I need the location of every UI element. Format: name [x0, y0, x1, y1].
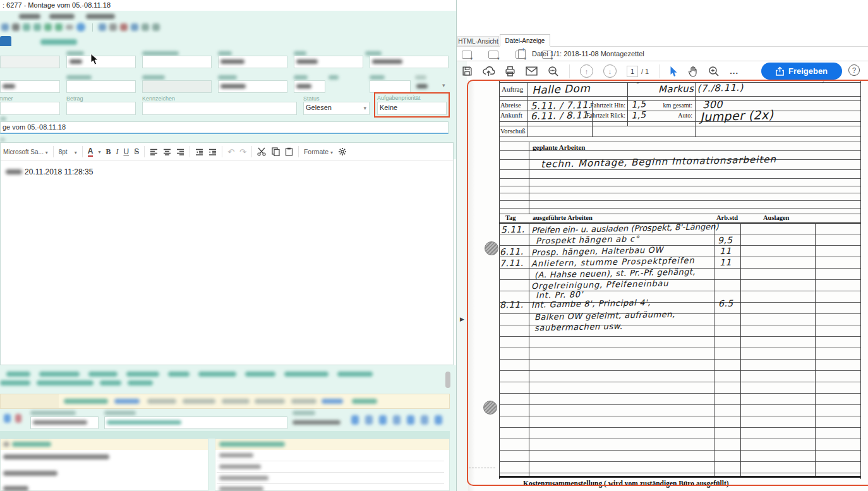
link[interactable] — [255, 399, 285, 404]
align-left-icon[interactable] — [150, 149, 158, 155]
betrag-field[interactable] — [66, 102, 136, 115]
link[interactable] — [337, 372, 373, 377]
filename-link[interactable] — [107, 420, 181, 425]
gear-icon[interactable] — [338, 147, 347, 156]
upload-cloud-icon[interactable] — [483, 66, 495, 76]
link[interactable] — [64, 399, 108, 404]
toolbar-icon[interactable] — [33, 23, 41, 31]
link[interactable] — [128, 380, 153, 385]
paste-icon[interactable] — [285, 147, 293, 156]
toolbar-icon[interactable] — [12, 23, 20, 31]
nummer-field[interactable] — [0, 102, 60, 115]
link[interactable] — [88, 372, 118, 377]
active-tab-stub[interactable] — [0, 36, 11, 46]
underline-button[interactable]: U — [123, 147, 129, 156]
freigeben-button[interactable]: Freigeben — [761, 63, 842, 80]
select-tool-icon[interactable] — [670, 66, 678, 77]
link[interactable] — [126, 372, 159, 377]
toolbar-icon[interactable] — [99, 23, 106, 31]
search-icon[interactable] — [548, 66, 559, 77]
prioritaet-field[interactable]: Keine — [377, 102, 447, 115]
link[interactable] — [352, 399, 377, 404]
menu-item[interactable] — [86, 14, 115, 19]
toolbar-icon[interactable] — [142, 23, 149, 31]
link[interactable] — [284, 372, 329, 377]
print-icon[interactable] — [505, 66, 515, 76]
toolbar-icon[interactable] — [55, 23, 63, 31]
zoom-in-icon[interactable] — [708, 66, 720, 77]
toolbar-icon[interactable] — [131, 23, 138, 31]
strikethrough-button[interactable]: S — [134, 147, 139, 156]
toolbar-icon[interactable] — [23, 23, 30, 31]
tab-datei-anzeige[interactable]: Datei-Anzeige — [500, 34, 550, 46]
font-size-select[interactable]: 8pt ▾ — [59, 149, 77, 155]
toolbar-icon-blue-circle[interactable] — [76, 23, 85, 32]
chevron-down-icon[interactable]: ▾ — [363, 105, 366, 111]
help-button[interactable]: ? — [848, 64, 860, 76]
italic-button[interactable]: I — [116, 147, 118, 157]
link[interactable] — [100, 380, 121, 385]
link[interactable] — [322, 399, 343, 404]
toolbar-icon[interactable] — [109, 23, 117, 31]
status-dropdown[interactable]: Gelesen ▾ — [303, 102, 370, 115]
toolbar-icon[interactable] — [120, 23, 128, 31]
menu-item[interactable] — [19, 14, 40, 19]
splitter-gutter[interactable] — [457, 47, 467, 491]
collapse-handle-icon[interactable]: ▶ — [460, 316, 464, 322]
chevron-down-icon[interactable]: ▾ — [442, 82, 445, 88]
link[interactable] — [183, 399, 215, 404]
link[interactable] — [0, 380, 30, 385]
sub-tab[interactable] — [1, 394, 59, 408]
font-color-button[interactable]: A — [88, 147, 93, 157]
toolbar-icon[interactable] — [152, 23, 160, 31]
bold-button[interactable]: B — [105, 147, 111, 157]
toolbar-icon[interactable] — [66, 25, 73, 30]
document-icon[interactable] — [15, 414, 21, 423]
link[interactable] — [291, 399, 316, 404]
copy-icon[interactable] — [272, 147, 280, 156]
action-icon[interactable] — [379, 415, 387, 425]
outdent-icon[interactable] — [195, 149, 203, 155]
link[interactable] — [114, 399, 140, 404]
toolbar-icon[interactable] — [1, 23, 9, 31]
action-icon[interactable] — [393, 415, 401, 425]
link[interactable] — [39, 372, 80, 377]
font-family-select[interactable]: Microsoft Sa... ▾ — [3, 149, 48, 155]
action-icon[interactable] — [365, 415, 373, 425]
action-icon[interactable] — [435, 415, 442, 425]
action-icon[interactable] — [407, 415, 414, 425]
text-field[interactable] — [142, 56, 212, 68]
menu-item[interactable] — [49, 14, 75, 19]
tab-html-ansicht[interactable]: HTML-Ansicht — [457, 36, 499, 46]
scrollbar-thumb[interactable] — [445, 372, 450, 388]
formats-select[interactable]: Formate ▾ — [304, 148, 333, 155]
indent-icon[interactable] — [208, 149, 217, 155]
email-icon[interactable] — [526, 66, 538, 76]
toolbar-icon[interactable] — [44, 23, 52, 31]
link[interactable] — [222, 399, 250, 404]
tab-label[interactable] — [40, 39, 77, 45]
undo-button[interactable]: ↶ — [227, 147, 234, 157]
link[interactable] — [245, 372, 275, 377]
document-icon[interactable] — [4, 414, 11, 423]
file-upload-icon[interactable]: ↑ — [518, 49, 526, 59]
kennzeichen-field[interactable] — [142, 102, 297, 115]
chevron-down-icon[interactable]: ▾ — [98, 149, 100, 155]
link[interactable] — [168, 372, 190, 377]
align-center-icon[interactable] — [163, 149, 171, 155]
more-tools-button[interactable]: ... — [730, 66, 738, 76]
redo-button[interactable]: ↷ — [239, 147, 246, 157]
link[interactable] — [6, 372, 30, 377]
hand-tool-icon[interactable] — [688, 66, 698, 77]
page-up-icon[interactable]: ↑ — [580, 64, 593, 78]
betreff-field[interactable]: ge vom 05.-08.11.18 — [0, 121, 449, 134]
page-number-input[interactable]: 1 — [627, 66, 638, 77]
save-icon[interactable] — [462, 66, 473, 76]
page-down-icon[interactable]: ↓ — [603, 64, 617, 78]
text-field[interactable] — [370, 80, 411, 93]
attachment-view-icon[interactable]: ▾ — [462, 51, 472, 59]
cut-icon[interactable] — [257, 147, 267, 156]
attachment-view-icon[interactable]: ▾ — [488, 51, 498, 59]
action-icon[interactable] — [351, 415, 359, 425]
link[interactable] — [147, 399, 176, 404]
